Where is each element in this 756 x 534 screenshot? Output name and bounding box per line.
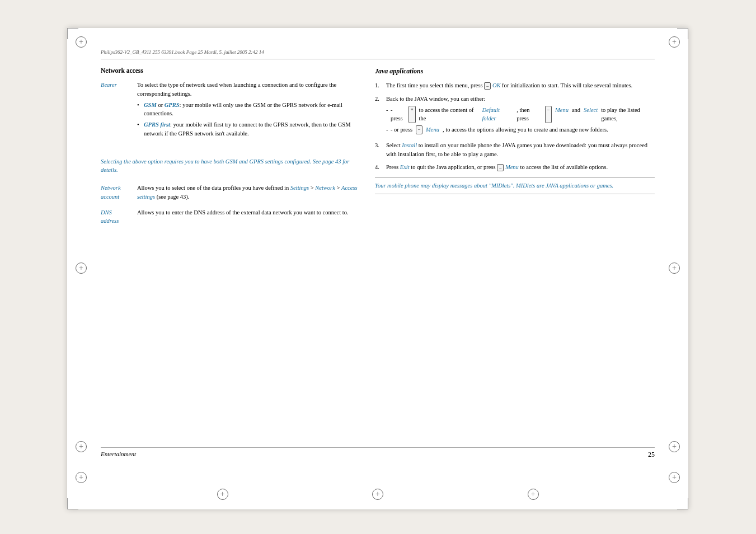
footer-page-number: 25	[648, 451, 655, 459]
bearer-bullet-2: GPRS first: your mobile will first try t…	[137, 120, 358, 138]
italic-note-row: Selecting the above option requires you …	[101, 149, 358, 183]
java-step-2: 2. Back to the JAVA window, you can eith…	[375, 95, 655, 137]
java-step-1-content: The first time you select this menu, pre…	[386, 81, 655, 90]
network-account-desc: Allows you to select one of the data pro…	[137, 182, 358, 203]
network-terms-table: Bearer To select the type of network use…	[101, 79, 358, 227]
bearer-row: Bearer To select the type of network use…	[101, 79, 358, 142]
spacer-row-2	[101, 203, 358, 207]
reg-mark-bottom-center2	[528, 489, 539, 501]
dns-desc: Allows you to enter the DNS address of t…	[137, 207, 358, 227]
java-step-2-sublist: - press ≡ to access the content of the D…	[386, 106, 655, 134]
java-step-1: 1. The first time you select this menu, …	[375, 81, 655, 90]
java-step-2-content: Back to the JAVA window, you can either:…	[386, 95, 655, 137]
crop-mark-br	[677, 498, 688, 509]
java-step-4-content: Press Exit to quit the Java application,…	[386, 163, 655, 172]
key-icon-5: –	[497, 164, 504, 171]
reg-mark-top-left	[76, 36, 87, 49]
bearer-bullet-list: GSM or GPRS: your mobile will only use t…	[137, 101, 358, 138]
reg-mark-top-right	[669, 36, 680, 49]
network-access-title: Network access	[101, 67, 358, 74]
reg-mark-bot-mid-left	[76, 472, 87, 484]
header-text: Philips362-V2_GB_4311 255 63391.book Pag…	[101, 49, 655, 55]
bearer-bullet-1: GSM or GPRS: your mobile will only use t…	[137, 101, 358, 119]
reg-mark-mid-right	[669, 263, 680, 275]
reg-mark-bot-left	[76, 441, 87, 453]
reg-mark-bot-right	[669, 441, 680, 453]
dns-term: DNS address	[101, 207, 137, 227]
bearer-term: Bearer	[101, 79, 137, 142]
footer-section: Entertainment	[101, 451, 136, 459]
java-apps-title: Java applications	[375, 67, 655, 76]
content-area: Network access Bearer To select the type…	[101, 67, 655, 442]
key-icon-2: ≡	[408, 106, 416, 124]
java-italic-note: Your mobile phone may display messages a…	[375, 177, 655, 194]
java-step-2-sub-1: - press ≡ to access the content of the D…	[386, 106, 655, 124]
dns-row: DNS address Allows you to enter the DNS …	[101, 207, 358, 227]
footer-rule	[101, 447, 655, 448]
bearer-desc: To select the type of network used when …	[137, 79, 358, 142]
java-step-4: 4. Press Exit to quit the Java applicati…	[375, 163, 655, 172]
network-account-row: Network account Allows you to select one…	[101, 182, 358, 203]
network-account-term: Network account	[101, 182, 137, 203]
java-step-2-sub-2: - or press – Menu, to access the options…	[386, 125, 655, 134]
header-rule	[101, 59, 655, 59]
spacer-row-1	[101, 142, 358, 149]
key-icon-4: –	[416, 125, 422, 134]
java-steps-list: 1. The first time you select this menu, …	[375, 81, 655, 172]
left-column: Network access Bearer To select the type…	[101, 67, 358, 442]
reg-mark-bottom-left2	[217, 489, 228, 501]
java-step-3-content: Select Install to install on your mobile…	[386, 141, 655, 159]
italic-note-cell: Selecting the above option requires you …	[101, 149, 358, 183]
reg-mark-mid-left	[76, 263, 87, 275]
italic-note-text: Selecting the above option requires you …	[101, 157, 358, 175]
page: Philips362-V2_GB_4311 255 63391.book Pag…	[67, 28, 688, 509]
key-icon-1: –	[484, 82, 491, 90]
footer: Entertainment 25	[101, 451, 655, 459]
right-column: Java applications 1. The first time you …	[375, 67, 655, 442]
java-step-3: 3. Select Install to install on your mob…	[375, 141, 655, 159]
reg-mark-bot-mid-right	[669, 472, 680, 484]
crop-mark-bl	[67, 498, 78, 509]
key-icon-3: –	[545, 106, 552, 124]
reg-mark-bottom-center	[372, 489, 383, 501]
